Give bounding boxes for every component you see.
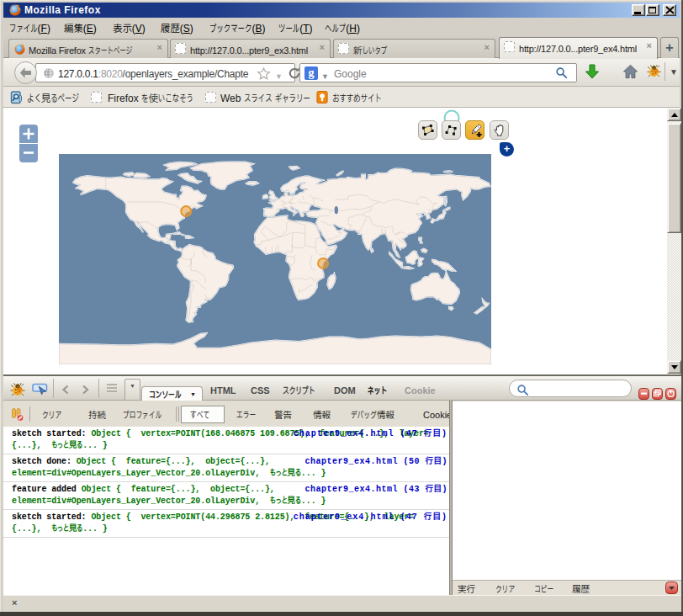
svg-text:g: g <box>309 66 315 79</box>
